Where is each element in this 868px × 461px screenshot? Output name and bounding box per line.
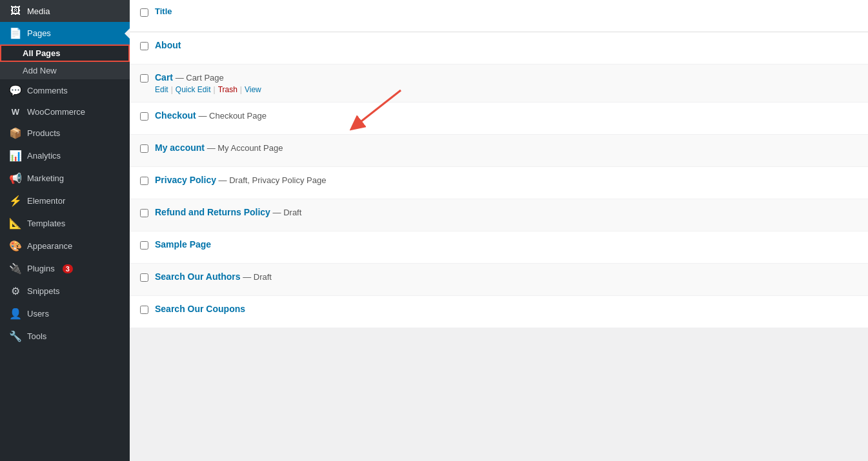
header-title-cell: Title (155, 6, 858, 16)
row-checkbox-privacy[interactable] (140, 177, 148, 187)
row-content-sample: Sample Page (155, 239, 858, 250)
checkbox-privacy[interactable] (140, 177, 148, 185)
page-title-refund[interactable]: Refund and Returns Policy (155, 207, 270, 217)
row-checkbox-myaccount[interactable] (140, 144, 148, 155)
tools-icon: 🔧 (9, 330, 22, 342)
checkbox-about[interactable] (140, 42, 148, 50)
page-title-cart[interactable]: Cart (155, 72, 173, 83)
table-row: Cart — Cart Page Edit | Quick Edit | Tra… (130, 64, 868, 103)
row-checkbox-sample[interactable] (140, 241, 148, 251)
sidebar-item-tools[interactable]: 🔧 Tools (0, 325, 130, 348)
sidebar-item-elementor[interactable]: ⚡ Elementor (0, 190, 130, 212)
marketing-icon: 📢 (9, 172, 22, 184)
cart-edit-link[interactable]: Edit (155, 85, 168, 94)
add-new-label: Add New (23, 66, 57, 75)
sidebar-item-add-new[interactable]: Add New (0, 62, 130, 79)
sep1: | (171, 85, 173, 94)
title-column-header[interactable]: Title (155, 6, 172, 16)
cart-row-actions: Edit | Quick Edit | Trash | View (155, 85, 858, 94)
page-title-authors[interactable]: Search Our Authors (155, 271, 241, 282)
pages-table: Title About Cart (130, 0, 868, 328)
sidebar-item-templates[interactable]: 📐 Templates (0, 212, 130, 235)
table-row: Search Our Authors — Draft (130, 264, 868, 296)
table-row: Checkout — Checkout Page (130, 103, 868, 135)
sidebar-active-arrow (125, 28, 130, 39)
sidebar-item-snippets[interactable]: ⚙ Snippets (0, 280, 130, 302)
privacy-subtitle: — Draft, Privacy Policy Page (219, 175, 327, 185)
sidebar-item-analytics[interactable]: 📊 Analytics (0, 144, 130, 167)
woocommerce-icon: W (9, 107, 22, 117)
row-checkbox-refund[interactable] (140, 209, 148, 219)
sidebar-item-media[interactable]: 🖼 Media (0, 0, 130, 22)
checkbox-authors[interactable] (140, 273, 148, 282)
sidebar-item-label: Plugins (27, 264, 55, 273)
table-row: Privacy Policy — Draft, Privacy Policy P… (130, 167, 868, 199)
table-row: Search Our Coupons (130, 296, 868, 328)
checkout-subtitle: — Checkout Page (198, 111, 267, 121)
authors-subtitle: — Draft (243, 272, 272, 282)
cart-title-line: Cart — Cart Page (155, 72, 858, 83)
cart-quick-edit-link[interactable]: Quick Edit (176, 85, 211, 94)
sidebar-item-users[interactable]: 👤 Users (0, 302, 130, 325)
sidebar-item-label: Media (27, 6, 50, 16)
sep3: | (240, 85, 242, 94)
main-content: Title About Cart (130, 0, 868, 461)
sep2: | (214, 85, 216, 94)
select-all-checkbox[interactable] (140, 8, 148, 17)
page-title-about[interactable]: About (155, 40, 181, 50)
sidebar-item-products[interactable]: 📦 Products (0, 122, 130, 144)
sidebar-item-label: Pages (27, 28, 51, 38)
cart-trash-link[interactable]: Trash (218, 85, 237, 94)
row-content-checkout: Checkout — Checkout Page (155, 110, 858, 121)
row-checkbox-about[interactable] (140, 42, 148, 52)
checkbox-coupons[interactable] (140, 306, 148, 314)
plugins-badge: 3 (63, 264, 73, 273)
checkbox-cart[interactable] (140, 74, 148, 83)
checkbox-myaccount[interactable] (140, 144, 148, 153)
sidebar-item-pages[interactable]: 📄 Pages (0, 22, 130, 44)
users-icon: 👤 (9, 308, 22, 320)
analytics-icon: 📊 (9, 150, 22, 162)
checkbox-checkout[interactable] (140, 112, 148, 121)
checkbox-refund[interactable] (140, 209, 148, 217)
sidebar-item-label: Analytics (27, 151, 61, 161)
sidebar-item-woocommerce[interactable]: W WooCommerce (0, 102, 130, 122)
page-title-myaccount[interactable]: My account (155, 142, 205, 153)
sidebar-item-marketing[interactable]: 📢 Marketing (0, 167, 130, 190)
page-title-privacy[interactable]: Privacy Policy (155, 175, 216, 185)
sidebar-item-appearance[interactable]: 🎨 Appearance (0, 235, 130, 257)
page-title-coupons[interactable]: Search Our Coupons (155, 304, 245, 314)
templates-icon: 📐 (9, 217, 22, 230)
sidebar-item-label: Elementor (27, 196, 65, 206)
sidebar-item-label: Users (27, 309, 49, 319)
sidebar-item-comments[interactable]: 💬 Comments (0, 79, 130, 102)
refund-subtitle: — Draft (273, 208, 302, 217)
sidebar-item-label: Tools (27, 331, 46, 341)
row-checkbox-coupons[interactable] (140, 306, 148, 316)
sidebar-item-all-pages[interactable]: All Pages (0, 44, 130, 62)
cart-view-link[interactable]: View (245, 85, 261, 94)
row-content-cart: Cart — Cart Page Edit | Quick Edit | Tra… (155, 72, 858, 94)
pages-content: Title About Cart (130, 0, 868, 328)
page-title-sample[interactable]: Sample Page (155, 239, 211, 250)
row-content-privacy: Privacy Policy — Draft, Privacy Policy P… (155, 175, 858, 185)
table-header-row: Title (130, 0, 868, 32)
cart-subtitle: — Cart Page (176, 73, 224, 83)
snippets-icon: ⚙ (9, 285, 22, 297)
sidebar-item-label: WooCommerce (27, 107, 85, 117)
row-checkbox-checkout[interactable] (140, 112, 148, 123)
table-row: About (130, 32, 868, 64)
sidebar: 🖼 Media 📄 Pages All Pages Add New 💬 Comm… (0, 0, 130, 461)
myaccount-subtitle: — My Account Page (207, 143, 283, 153)
appearance-icon: 🎨 (9, 240, 22, 252)
row-content-about: About (155, 40, 858, 50)
row-checkbox-authors[interactable] (140, 273, 148, 284)
elementor-icon: ⚡ (9, 195, 22, 207)
table-row: Refund and Returns Policy — Draft (130, 199, 868, 231)
header-checkbox-container[interactable] (140, 8, 148, 19)
page-title-checkout[interactable]: Checkout (155, 110, 196, 121)
row-checkbox-cart[interactable] (140, 74, 148, 84)
sidebar-item-plugins[interactable]: 🔌 Plugins 3 (0, 257, 130, 280)
sidebar-item-label: Appearance (27, 241, 72, 251)
checkbox-sample[interactable] (140, 241, 148, 250)
